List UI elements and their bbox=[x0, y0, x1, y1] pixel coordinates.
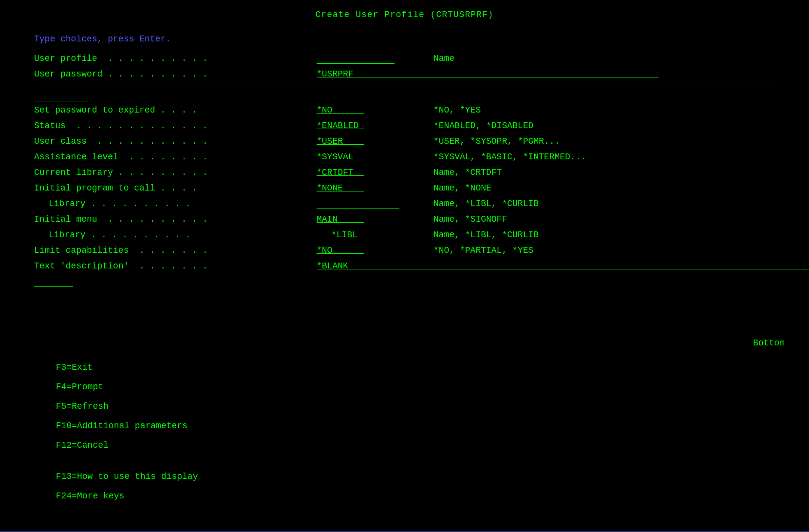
status-input[interactable]: *ENABLED bbox=[317, 121, 395, 131]
instruction-text: Type choices, press Enter. bbox=[10, 29, 799, 54]
blank-field-block bbox=[34, 91, 775, 101]
library-2-label: Library . . . . . . . . . . bbox=[34, 230, 317, 240]
assistance-level-value[interactable]: *SYSVAL bbox=[317, 152, 424, 162]
bottom-indicator: Bottom bbox=[24, 338, 785, 348]
f13-f24-spacer bbox=[56, 481, 214, 491]
initial-program-hint: Name, *NONE bbox=[433, 183, 491, 193]
assistance-level-label: Assistance level . . . . . . . . bbox=[34, 152, 317, 162]
initial-menu-value[interactable]: MAIN bbox=[317, 214, 424, 224]
f10-key[interactable]: F10=Additional parameters bbox=[56, 421, 188, 431]
f5-f10-spacer bbox=[56, 411, 161, 421]
status-value[interactable]: *ENABLED bbox=[317, 121, 424, 131]
library-1-input[interactable] bbox=[317, 199, 399, 209]
f12-key[interactable]: F12=Cancel bbox=[56, 440, 109, 450]
user-password-row: User password . . . . . . . . . . *USRPR… bbox=[34, 69, 775, 83]
set-password-hint: *NO, *YES bbox=[433, 105, 481, 115]
library-2-row: Library . . . . . . . . . . *LIBL Name, … bbox=[34, 230, 775, 244]
current-library-row: Current library . . . . . . . . . *CRTDF… bbox=[34, 168, 775, 181]
current-library-label: Current library . . . . . . . . . bbox=[34, 168, 317, 177]
library-1-hint: Name, *LIBL, *CURLIB bbox=[433, 199, 539, 209]
text-description-label: Text 'description' . . . . . . . bbox=[34, 261, 317, 271]
set-password-input[interactable]: *NO bbox=[317, 105, 395, 115]
user-password-input[interactable]: *USRPRF bbox=[317, 69, 658, 79]
initial-program-value[interactable]: *NONE bbox=[317, 183, 424, 193]
user-password-label: User password . . . . . . . . . . bbox=[34, 69, 317, 79]
limit-capabilities-hint: *NO, *PARTIAL, *YES bbox=[433, 246, 533, 255]
f4-f5-spacer bbox=[56, 392, 82, 401]
library-1-row: Library . . . . . . . . . . Name, *LIBL,… bbox=[34, 199, 775, 212]
initial-menu-label: Initial menu . . . . . . . . . . bbox=[34, 214, 317, 224]
text-description-row: Text 'description' . . . . . . . *BLANK bbox=[34, 261, 775, 275]
terminal-screen: Create User Profile (CRTUSRPRF) Type cho… bbox=[0, 0, 809, 532]
status-label: Status . . . . . . . . . . . . . bbox=[34, 121, 317, 131]
user-class-input[interactable]: *USER bbox=[317, 136, 395, 146]
user-password-value[interactable]: *USRPRF bbox=[317, 69, 424, 79]
bottom-blank-field bbox=[34, 277, 775, 287]
separator-1 bbox=[34, 87, 775, 87]
user-class-hint: *USER, *SYSOPR, *PGMR... bbox=[433, 136, 560, 146]
user-profile-input[interactable] bbox=[317, 54, 395, 64]
f10-f12-spacer bbox=[56, 431, 82, 440]
user-class-label: User class . . . . . . . . . . . bbox=[34, 136, 317, 146]
limit-capabilities-value[interactable]: *NO bbox=[317, 246, 424, 255]
set-password-row: Set password to expired . . . . *NO *NO,… bbox=[34, 105, 775, 119]
assistance-level-input[interactable]: *SYSVAL bbox=[317, 152, 395, 162]
initial-program-input[interactable]: *NONE bbox=[317, 183, 395, 193]
limit-capabilities-label: Limit capabilities . . . . . . . bbox=[34, 246, 317, 255]
limit-capabilities-row: Limit capabilities . . . . . . . *NO *NO… bbox=[34, 246, 775, 259]
library-2-value[interactable]: *LIBL bbox=[317, 230, 424, 240]
initial-program-label: Initial program to call . . . . bbox=[34, 183, 317, 193]
f3-f4-spacer bbox=[56, 372, 82, 382]
current-library-input[interactable]: *CRTDFT bbox=[317, 168, 395, 177]
assistance-level-hint: *SYSVAL, *BASIC, *INTERMED... bbox=[433, 152, 586, 162]
assistance-level-row: Assistance level . . . . . . . . *SYSVAL… bbox=[34, 152, 775, 166]
library-2-hint: Name, *LIBL, *CURLIB bbox=[433, 230, 539, 240]
initial-menu-row: Initial menu . . . . . . . . . . MAIN Na… bbox=[34, 214, 775, 228]
user-profile-value[interactable] bbox=[317, 54, 424, 64]
f5-key[interactable]: F5=Refresh bbox=[56, 401, 109, 411]
current-library-value[interactable]: *CRTDFT bbox=[317, 168, 424, 177]
bottom-section: Bottom F3=Exit F4=Prompt F5=Refresh F10=… bbox=[24, 338, 785, 513]
current-library-hint: Name, *CRTDFT bbox=[433, 168, 502, 177]
form-area: User profile . . . . . . . . . . Name Us… bbox=[10, 54, 799, 287]
user-profile-hint: Name bbox=[433, 54, 454, 63]
blank-underline bbox=[34, 91, 88, 101]
f24-key[interactable]: F24=More keys bbox=[56, 491, 124, 501]
library-1-value[interactable] bbox=[317, 199, 424, 209]
user-profile-label: User profile . . . . . . . . . . bbox=[34, 54, 317, 63]
user-class-row: User class . . . . . . . . . . . *USER *… bbox=[34, 136, 775, 150]
text-description-input[interactable]: *BLANK bbox=[317, 261, 809, 271]
status-row: Status . . . . . . . . . . . . . *ENABLE… bbox=[34, 121, 775, 134]
bottom-underline bbox=[34, 277, 73, 287]
initial-menu-hint: Name, *SIGNOFF bbox=[433, 214, 507, 224]
library-1-label: Library . . . . . . . . . . bbox=[34, 199, 317, 209]
status-hint: *ENABLED, *DISABLED bbox=[433, 121, 533, 131]
limit-capabilities-input[interactable]: *NO bbox=[317, 246, 395, 255]
user-profile-row: User profile . . . . . . . . . . Name bbox=[34, 54, 775, 67]
screen-title: Create User Profile (CRTUSRPRF) bbox=[10, 5, 799, 29]
f3-key[interactable]: F3=Exit bbox=[56, 362, 93, 372]
user-class-value[interactable]: *USER bbox=[317, 136, 424, 146]
fkey-row-2: F13=How to use this display F24=More key… bbox=[24, 462, 785, 511]
f13-key[interactable]: F13=How to use this display bbox=[56, 472, 198, 481]
text-description-value[interactable]: *BLANK bbox=[317, 261, 424, 271]
initial-menu-input[interactable]: MAIN bbox=[317, 214, 395, 224]
initial-program-row: Initial program to call . . . . *NONE Na… bbox=[34, 183, 775, 197]
library-2-input[interactable]: *LIBL bbox=[317, 230, 395, 240]
f4-key[interactable]: F4=Prompt bbox=[56, 382, 103, 392]
set-password-value[interactable]: *NO bbox=[317, 105, 424, 115]
fkey-row-1: F3=Exit F4=Prompt F5=Refresh F10=Additio… bbox=[24, 353, 785, 460]
set-password-label: Set password to expired . . . . bbox=[34, 105, 317, 115]
